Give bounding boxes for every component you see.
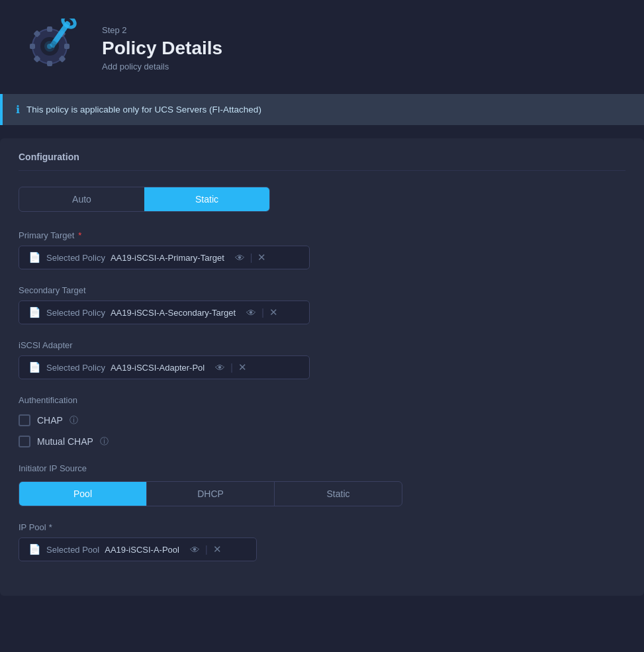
- ip-pool-policy-label: Selected Pool: [46, 545, 99, 555]
- iscsi-adapter-actions: 👁 | ✕: [215, 361, 247, 373]
- secondary-target-label: Secondary Target: [19, 285, 625, 295]
- initiator-ip-section: Initiator IP Source Pool DHCP Static IP …: [19, 463, 625, 561]
- secondary-target-field: Secondary Target 📄 Selected Policy AA19-…: [19, 285, 625, 324]
- header-icon: [26, 19, 86, 78]
- auto-toggle-btn[interactable]: Auto: [19, 187, 144, 211]
- mutual-chap-label: Mutual CHAP: [37, 436, 93, 447]
- iscsi-adapter-field: iSCSI Adapter 📄 Selected Policy AA19-iSC…: [19, 340, 625, 379]
- info-icon: ℹ: [16, 103, 20, 116]
- chap-checkbox[interactable]: [19, 414, 30, 426]
- ip-pool-field: IP Pool * 📄 Selected Pool AA19-iSCSI-A-P…: [19, 522, 625, 561]
- primary-target-field: Primary Target * 📄 Selected Policy AA19-…: [19, 230, 625, 269]
- primary-target-required: *: [78, 230, 81, 240]
- secondary-target-doc-icon: 📄: [28, 306, 41, 318]
- ip-pool-remove-icon[interactable]: ✕: [213, 543, 222, 555]
- chap-row: CHAP ⓘ: [19, 414, 625, 426]
- mutual-chap-info-icon[interactable]: ⓘ: [100, 436, 109, 447]
- primary-target-remove-icon[interactable]: ✕: [257, 252, 266, 263]
- svg-rect-4: [30, 44, 35, 49]
- authentification-section: Authentification CHAP ⓘ Mutual CHAP ⓘ: [19, 395, 625, 447]
- secondary-target-row: 📄 Selected Policy AA19-iSCSI-A-Secondary…: [19, 301, 310, 324]
- iscsi-adapter-view-icon[interactable]: 👁: [215, 362, 225, 373]
- secondary-target-policy-label: Selected Policy: [46, 308, 105, 318]
- page-title: Policy Details: [102, 38, 222, 59]
- info-banner: ℹ This policy is applicable only for UCS…: [0, 94, 644, 125]
- mode-toggle-group: Auto Static: [19, 187, 270, 212]
- ip-pool-value: AA19-iSCSI-A-Pool: [105, 545, 179, 555]
- chap-info-icon[interactable]: ⓘ: [69, 414, 78, 426]
- primary-target-label: Primary Target *: [19, 230, 625, 240]
- primary-target-policy-label: Selected Policy: [46, 253, 105, 263]
- chap-label: CHAP: [37, 415, 63, 426]
- ip-pool-view-icon[interactable]: 👁: [190, 544, 200, 555]
- page-subtitle: Add policy details: [102, 62, 222, 71]
- page-header: Step 2 Policy Details Add policy details: [0, 0, 644, 94]
- authentification-title: Authentification: [19, 395, 625, 405]
- iscsi-adapter-remove-icon[interactable]: ✕: [238, 361, 247, 373]
- static-ip-toggle-btn[interactable]: Static: [275, 482, 402, 506]
- secondary-target-value: AA19-iSCSI-A-Secondary-Target: [111, 308, 236, 318]
- primary-target-row: 📄 Selected Policy AA19-iSCSI-A-Primary-T…: [19, 246, 310, 269]
- initiator-ip-label: Initiator IP Source: [19, 463, 625, 473]
- ip-pool-actions: 👁 | ✕: [190, 543, 222, 555]
- ip-pool-row: 📄 Selected Pool AA19-iSCSI-A-Pool 👁 | ✕: [19, 537, 257, 561]
- iscsi-adapter-row: 📄 Selected Policy AA19-iSCSI-Adapter-Pol…: [19, 355, 310, 379]
- configuration-section: Configuration Auto Static Primary Target…: [0, 138, 644, 596]
- mutual-chap-checkbox[interactable]: [19, 436, 30, 447]
- step-label: Step 2: [102, 25, 222, 35]
- dhcp-toggle-btn[interactable]: DHCP: [147, 482, 274, 506]
- secondary-target-remove-icon[interactable]: ✕: [269, 306, 278, 318]
- primary-target-doc-icon: 📄: [28, 252, 41, 263]
- pool-toggle-btn[interactable]: Pool: [19, 482, 146, 506]
- svg-point-14: [47, 44, 52, 49]
- primary-target-value: AA19-iSCSI-A-Primary-Target: [111, 253, 224, 263]
- static-toggle-btn[interactable]: Static: [144, 187, 269, 211]
- ip-pool-doc-icon: 📄: [28, 543, 41, 555]
- svg-rect-2: [47, 26, 52, 32]
- secondary-target-view-icon[interactable]: 👁: [246, 307, 256, 318]
- ip-toggle-group: Pool DHCP Static: [19, 481, 402, 506]
- svg-rect-3: [47, 61, 52, 66]
- section-title: Configuration: [19, 152, 625, 171]
- iscsi-adapter-label: iSCSI Adapter: [19, 340, 625, 350]
- primary-target-actions: 👁 | ✕: [235, 252, 267, 263]
- header-text: Step 2 Policy Details Add policy details: [102, 25, 222, 71]
- ip-pool-required: *: [49, 522, 52, 532]
- secondary-target-actions: 👁 | ✕: [246, 306, 278, 318]
- ip-pool-label: IP Pool *: [19, 522, 625, 532]
- svg-rect-5: [64, 44, 69, 49]
- iscsi-adapter-doc-icon: 📄: [28, 361, 41, 373]
- banner-message: This policy is applicable only for UCS S…: [26, 105, 261, 115]
- iscsi-adapter-policy-label: Selected Policy: [46, 363, 105, 373]
- mutual-chap-row: Mutual CHAP ⓘ: [19, 436, 625, 447]
- primary-target-view-icon[interactable]: 👁: [235, 252, 245, 263]
- iscsi-adapter-value: AA19-iSCSI-Adapter-Pol: [111, 363, 205, 373]
